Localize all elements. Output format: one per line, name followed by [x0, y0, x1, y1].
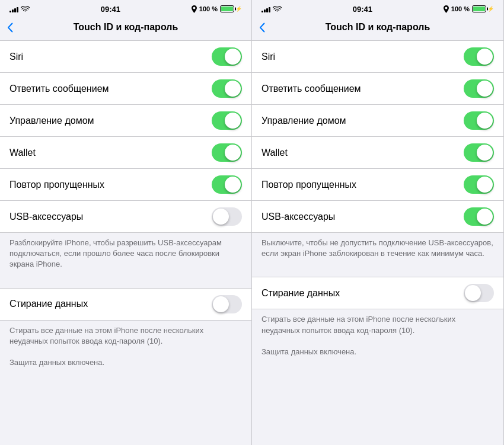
settings-row-5[interactable]: USB-аксессуары: [252, 201, 503, 232]
settings-row-2[interactable]: Управление домом: [252, 105, 503, 137]
settings-row-4[interactable]: Повтор пропущенных: [0, 169, 251, 201]
toggle-thumb-4: [477, 177, 493, 193]
settings-row-5[interactable]: USB-аксессуары: [0, 201, 251, 232]
erase-table: Стирание данных: [252, 277, 503, 309]
status-time: 09:41: [353, 5, 372, 14]
status-bar: 09:41 100 % ⚡: [252, 0, 503, 17]
erase-table: Стирание данных: [0, 288, 251, 321]
erase-toggle-thumb: [213, 296, 229, 312]
erase-footer: Стирать все данные на этом iPhone после …: [252, 309, 503, 364]
back-button[interactable]: [7, 23, 13, 33]
toggle-4[interactable]: [464, 175, 494, 194]
signal-icon: [261, 6, 270, 12]
row-label-5: USB-аксессуары: [261, 212, 335, 222]
status-left: [9, 6, 30, 12]
toggle-0[interactable]: [212, 47, 242, 66]
toggle-thumb-2: [477, 113, 493, 129]
wifi-icon: [273, 6, 282, 12]
toggle-2[interactable]: [464, 111, 494, 130]
toggle-1[interactable]: [464, 79, 494, 98]
toggle-thumb-4: [225, 177, 241, 193]
row-label-3: Wallet: [261, 148, 288, 158]
toggle-thumb-2: [225, 113, 241, 129]
status-right: 100 % ⚡: [444, 5, 494, 13]
usb-footer: Выключите, чтобы не допустить подключени…: [252, 233, 503, 266]
settings-row-4[interactable]: Повтор пропущенных: [252, 169, 503, 201]
navigation-bar: Touch ID и код-пароль: [0, 17, 251, 40]
status-time: 09:41: [101, 5, 120, 14]
toggle-1[interactable]: [212, 79, 242, 98]
settings-row-1[interactable]: Ответить сообщением: [0, 73, 251, 105]
toggle-thumb-5: [213, 209, 229, 225]
erase-toggle[interactable]: [212, 295, 242, 313]
toggle-thumb-0: [225, 49, 241, 65]
toggle-5[interactable]: [464, 207, 494, 226]
row-label-2: Управление домом: [9, 116, 94, 126]
row-label-4: Повтор пропущенных: [9, 180, 104, 190]
row-label-0: Siri: [261, 52, 275, 62]
settings-content: Siri Ответить сообщением Управление домо…: [252, 40, 503, 445]
charging-icon: ⚡: [487, 6, 494, 12]
toggle-thumb-1: [225, 81, 241, 97]
settings-table: Siri Ответить сообщением Управление домо…: [252, 40, 503, 233]
settings-table: Siri Ответить сообщением Управление домо…: [0, 40, 251, 233]
row-label-4: Повтор пропущенных: [261, 180, 356, 190]
settings-row-0[interactable]: Siri: [0, 41, 251, 73]
settings-row-3[interactable]: Wallet: [252, 137, 503, 169]
toggle-thumb-0: [477, 49, 493, 65]
erase-label: Стирание данных: [261, 288, 340, 299]
back-button[interactable]: [259, 23, 265, 33]
wifi-icon: [21, 6, 30, 12]
status-bar: 09:41 100 % ⚡: [0, 0, 251, 17]
toggle-thumb-3: [477, 145, 493, 161]
settings-row-2[interactable]: Управление домом: [0, 105, 251, 137]
status-left: [261, 6, 282, 12]
settings-row-1[interactable]: Ответить сообщением: [252, 73, 503, 105]
erase-row[interactable]: Стирание данных: [252, 277, 503, 309]
settings-row-3[interactable]: Wallet: [0, 137, 251, 169]
battery-icon: ⚡: [220, 5, 242, 12]
toggle-thumb-1: [477, 81, 493, 97]
row-label-1: Ответить сообщением: [9, 84, 109, 94]
toggle-2[interactable]: [212, 111, 242, 130]
erase-footer: Стирать все данные на этом iPhone после …: [0, 321, 251, 376]
toggle-0[interactable]: [464, 47, 494, 66]
toggle-4[interactable]: [212, 175, 242, 194]
toggle-3[interactable]: [212, 143, 242, 162]
toggle-thumb-3: [225, 145, 241, 161]
signal-icon: [9, 6, 18, 12]
toggle-3[interactable]: [464, 143, 494, 162]
erase-label: Стирание данных: [9, 299, 88, 309]
charging-icon: ⚡: [235, 6, 242, 12]
phone-panel-right: 09:41 100 % ⚡: [252, 0, 504, 445]
row-label-3: Wallet: [9, 148, 36, 158]
toggle-5[interactable]: [212, 207, 242, 226]
row-label-0: Siri: [9, 52, 23, 62]
page-title: Touch ID и код-пароль: [74, 22, 178, 33]
erase-toggle[interactable]: [464, 284, 494, 302]
status-right: 100 % ⚡: [192, 5, 242, 13]
toggle-thumb-5: [477, 209, 493, 225]
erase-toggle-thumb: [465, 285, 481, 301]
row-label-2: Управление домом: [261, 116, 346, 126]
location-icon: [444, 5, 449, 13]
erase-row[interactable]: Стирание данных: [0, 289, 251, 320]
battery-percent: 100 %: [199, 5, 218, 12]
phone-panel-left: 09:41 100 % ⚡: [0, 0, 252, 445]
row-label-1: Ответить сообщением: [261, 84, 361, 94]
navigation-bar: Touch ID и код-пароль: [252, 17, 503, 40]
battery-icon: ⚡: [472, 5, 494, 12]
usb-footer: Разблокируйте iPhone, чтобы разрешить US…: [0, 233, 251, 277]
battery-percent: 100 %: [451, 5, 470, 12]
location-icon: [192, 5, 197, 13]
page-title: Touch ID и код-пароль: [326, 22, 430, 33]
settings-content: Siri Ответить сообщением Управление домо…: [0, 40, 251, 445]
row-label-5: USB-аксессуары: [9, 212, 83, 222]
settings-row-0[interactable]: Siri: [252, 41, 503, 73]
